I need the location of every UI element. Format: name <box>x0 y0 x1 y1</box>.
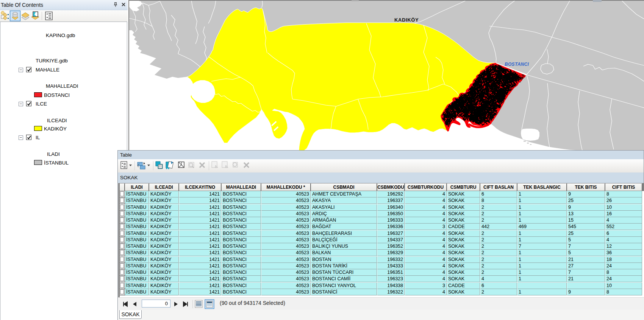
svg-text:KADIKÖY: KADIKÖY <box>394 17 419 23</box>
svg-text:BOSTANCI: BOSTANCI <box>505 62 529 67</box>
